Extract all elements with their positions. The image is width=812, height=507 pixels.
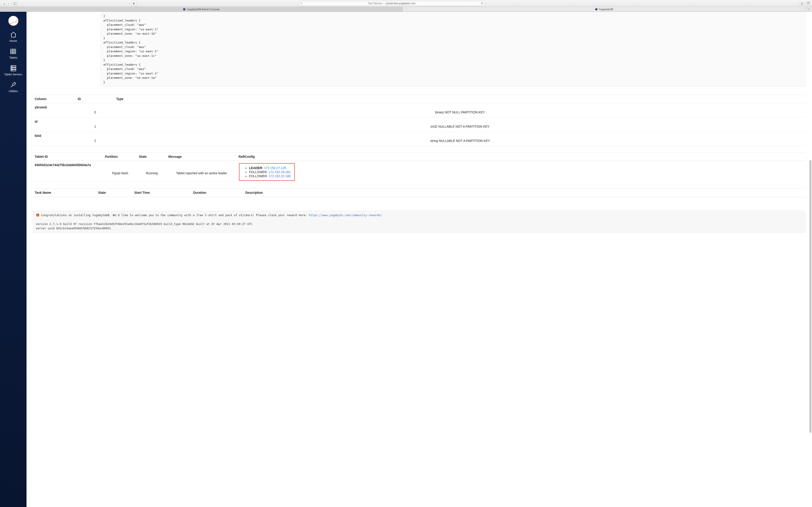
svg-rect-0: [14, 2, 16, 4]
share-button[interactable]: [799, 1, 804, 6]
col-header-tablet-id: Tablet ID: [33, 153, 103, 161]
column-type: int32 NULLABLE NOT A PARTITION KEY: [114, 124, 806, 132]
col-header-column: Column: [33, 95, 76, 103]
yugabyte-logo: [8, 16, 18, 26]
tablet-message: Tablet reported with an active leader: [166, 171, 237, 182]
col-header-duration: Duration: [192, 188, 244, 197]
column-type: string NULLABLE NOT A PARTITION KEY: [114, 138, 806, 146]
column-type: binary NOT NULL PARTITION KEY: [114, 110, 806, 117]
address-host: portal.dev.yugabyte.com: [386, 2, 415, 5]
home-icon: [10, 31, 17, 38]
privacy-shield-button[interactable]: ◐: [132, 1, 137, 6]
sidebar-item-tablet-servers[interactable]: Tablet Servers: [4, 65, 22, 76]
column-id: 1: [76, 124, 114, 132]
col-header-start-time: Start Time: [133, 188, 192, 197]
footer-server-uuid: server uuid b02cb12aea954b87bb631f259ac6…: [36, 227, 111, 230]
back-button[interactable]: ◀: [1, 1, 6, 6]
raft-role: FOLLOWER:: [249, 170, 267, 174]
tab-admin-console[interactable]: YugabyteDB Admin Console: [0, 7, 403, 11]
community-rewards-link[interactable]: https://www.yugabyte.com/community-rewar…: [309, 214, 382, 217]
svg-point-14: [12, 68, 12, 69]
tab-bar: YugabyteDB Admin Console YugabyteDB ＋: [0, 7, 812, 12]
sidebar-item-utilities[interactable]: Utilities: [9, 81, 18, 93]
sidebar-item-label: Tablet Servers: [4, 73, 22, 76]
col-header-raftconfig: RaftConfig: [237, 153, 806, 161]
tab-label: YugabyteDB: [599, 8, 613, 11]
raft-ip-link[interactable]: 172.152.29.181: [268, 170, 291, 174]
col-header-state: State: [137, 153, 166, 161]
col-header-task-name: Task Name: [33, 188, 96, 197]
sidebar-item-label: Tables: [9, 56, 17, 59]
footer-panel: 🎁 Congratulations on installing Yugabyte…: [33, 211, 806, 233]
sidebar-item-home[interactable]: Home: [9, 31, 17, 43]
favicon-icon: [183, 8, 185, 10]
svg-rect-5: [11, 49, 16, 54]
scrollbar-track: [809, 12, 812, 507]
tablets-table: Tablet ID Partition State Message RaftCo…: [33, 152, 806, 182]
main-content: } affinitized_leaders { placement_cloud:…: [27, 12, 812, 507]
raft-ip-link[interactable]: 172.152.27.126: [264, 166, 286, 170]
col-header-partition: Partition: [103, 153, 137, 161]
raft-entry: LEADER: 172.152.27.126: [249, 166, 291, 170]
raft-config-box: LEADER: 172.152.27.126FOLLOWER: 172.152.…: [239, 163, 295, 181]
forward-button[interactable]: ▶: [6, 1, 11, 6]
address-bar[interactable]: ≡ Not Secure — portal.dev.yugabyte.com ⟳: [299, 1, 485, 6]
scrollbar-thumb[interactable]: [810, 160, 811, 433]
favicon-icon: [595, 8, 598, 10]
replication-config-code: } affinitized_leaders { placement_cloud:…: [101, 12, 806, 87]
sidebar-toggle-button[interactable]: [13, 1, 18, 6]
sidebar-item-label: Home: [9, 39, 17, 43]
column-id: 0: [76, 110, 114, 117]
footer-welcome-text: Congratulations on installing YugabyteDB…: [41, 214, 309, 217]
column-id: 2: [76, 138, 114, 146]
tasks-table: Task Name State Start Time Duration Desc…: [33, 188, 806, 197]
column-name: field: [33, 132, 76, 139]
raft-entry: FOLLOWER: 172.152.22.180: [249, 174, 291, 178]
col-header-message: Message: [166, 153, 237, 161]
tabs-button[interactable]: [806, 1, 811, 6]
tablet-state: Running: [137, 171, 166, 182]
column-name: ybrowid: [33, 103, 76, 110]
raft-ip-link[interactable]: 172.152.22.180: [268, 174, 291, 178]
browser-toolbar: ◀ ▶ ◐ ≡ Not Secure — portal.dev.yugabyte…: [0, 0, 812, 7]
sidebar-item-label: Utilities: [9, 90, 18, 93]
raft-role: LEADER:: [249, 166, 263, 170]
not-secure-label: Not Secure —: [368, 2, 386, 5]
svg-rect-4: [807, 3, 809, 4]
tablet-id: 93055d1e3e744275b10ab843f2604a7a: [33, 161, 103, 171]
svg-point-15: [12, 70, 12, 71]
svg-point-13: [12, 66, 12, 66]
tab-label: YugabyteDB Admin Console: [187, 8, 219, 11]
tablet-partition: Pgsql Hash: [103, 171, 137, 182]
col-header-description: Description: [244, 188, 806, 197]
raft-entry: FOLLOWER: 172.152.29.181: [249, 170, 291, 174]
new-tab-button[interactable]: ＋: [806, 7, 812, 11]
col-header-type: Type: [114, 95, 806, 103]
footer-version: version 2.7.1.0 build 97 revision f7bae1…: [36, 222, 252, 226]
servers-icon: [10, 65, 17, 71]
wrench-icon: [10, 81, 16, 88]
col-header-task-state: State: [96, 188, 133, 197]
gift-icon: 🎁: [36, 214, 39, 217]
reload-icon[interactable]: ⟳: [481, 2, 483, 5]
reader-icon: ≡: [301, 2, 302, 5]
column-name: id: [33, 117, 76, 124]
app-sidebar: Home Tables Tablet Servers Utilities: [0, 12, 27, 507]
tables-icon: [10, 48, 16, 55]
raft-role: FOLLOWER:: [249, 174, 267, 178]
col-header-id: ID: [76, 95, 114, 103]
columns-table: Column ID Type ybrowid0binary NOT NULL P…: [33, 95, 806, 146]
tab-yugabytedb[interactable]: YugabyteDB: [403, 7, 806, 11]
sidebar-item-tables[interactable]: Tables: [9, 48, 17, 59]
